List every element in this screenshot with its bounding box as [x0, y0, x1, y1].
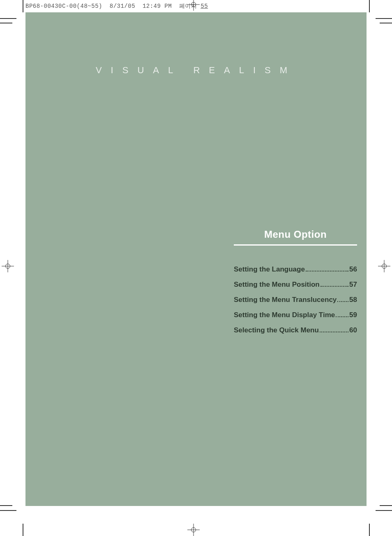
crop-mark — [23, 524, 23, 536]
toc-label: Setting the Menu Display Time — [234, 311, 335, 319]
menu-option-block: Menu Option Setting the Language 56 Sett… — [234, 229, 357, 341]
toc-row: Setting the Menu Position 57 — [234, 281, 357, 289]
menu-heading: Menu Option — [234, 229, 357, 244]
toc-row: Selecting the Quick Menu 60 — [234, 326, 357, 334]
toc-row: Setting the Menu Translucency 58 — [234, 296, 357, 304]
crop-mark — [23, 0, 23, 12]
toc-leader-dots — [306, 271, 348, 271]
crop-mark — [0, 505, 12, 506]
doc-page-number: 55 — [201, 3, 208, 9]
doc-id: BP68-00430C-00(48~55) — [25, 3, 102, 9]
toc-leader-dots — [321, 286, 348, 287]
toc-page-number: 59 — [349, 311, 357, 319]
doc-date: 8/31/05 — [110, 3, 135, 9]
crop-mark — [369, 0, 370, 12]
registration-mark-icon — [4, 262, 12, 270]
crop-mark — [0, 18, 16, 19]
toc-page-number: 57 — [349, 281, 357, 289]
toc-row: Setting the Language 56 — [234, 265, 357, 274]
doc-page-label: 페이지 — [179, 3, 197, 9]
crop-mark — [0, 510, 16, 511]
crop-mark — [376, 510, 392, 511]
toc-page-number: 60 — [349, 326, 357, 334]
menu-heading-rule — [234, 244, 357, 246]
crop-mark — [376, 18, 392, 19]
toc-row: Setting the Menu Display Time 59 — [234, 311, 357, 319]
print-header: BP68-00430C-00(48~55) 8/31/05 12:49 PM 페… — [25, 2, 208, 10]
toc-label: Setting the Menu Translucency — [234, 296, 337, 304]
doc-time: 12:49 PM — [143, 3, 172, 9]
toc-leader-dots — [336, 316, 348, 317]
registration-mark-icon — [190, 526, 197, 534]
crop-mark — [380, 23, 392, 23]
toc-label: Selecting the Quick Menu — [234, 326, 319, 334]
crop-mark — [380, 505, 392, 506]
toc-page-number: 56 — [349, 265, 357, 274]
toc-page-number: 58 — [349, 296, 357, 304]
crop-mark — [0, 23, 12, 23]
page-background: VISUAL REALISM Menu Option Setting the L… — [25, 12, 367, 506]
toc-label: Setting the Menu Position — [234, 281, 320, 289]
crop-mark — [369, 524, 370, 536]
toc-leader-dots — [337, 301, 348, 302]
toc-label: Setting the Language — [234, 265, 305, 274]
toc-leader-dots — [320, 332, 348, 332]
section-title: VISUAL REALISM — [25, 65, 367, 76]
registration-mark-icon — [380, 262, 388, 270]
